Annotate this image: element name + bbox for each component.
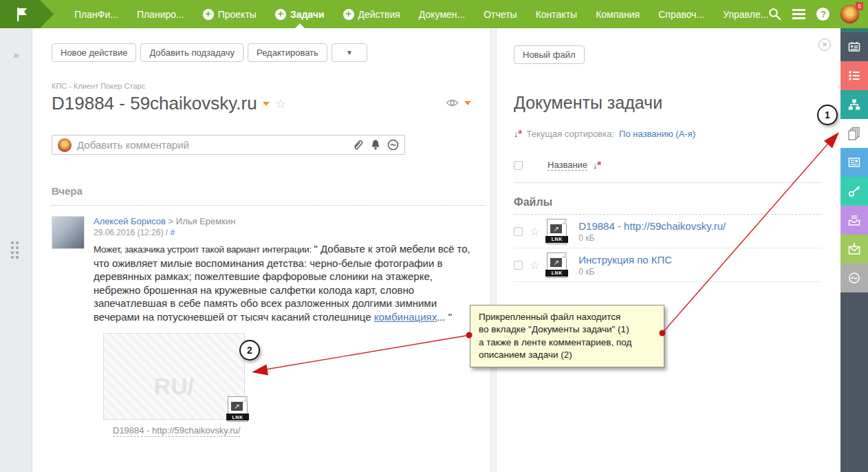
files-section-header: Файлы bbox=[514, 196, 821, 215]
sort-label: Текущая сортировка: bbox=[527, 129, 615, 139]
tab-list[interactable] bbox=[840, 61, 868, 90]
plus-icon: + bbox=[275, 9, 286, 20]
help-icon[interactable]: ? bbox=[816, 8, 829, 21]
attached-file-block: RU/ ↗ LNK D19884 - http://59chaikovsky.r… bbox=[103, 333, 245, 437]
my-avatar bbox=[58, 138, 72, 152]
panel-divider bbox=[490, 28, 497, 472]
documents-panel-title: Документы задачи bbox=[514, 93, 821, 113]
file-row: ☆ ↗ LNK Инструкция по КПС 0 кБ bbox=[514, 248, 821, 282]
attach-paperclip-icon[interactable] bbox=[352, 139, 364, 151]
nav-documents[interactable]: Докумен... bbox=[419, 0, 465, 28]
nav-planfix[interactable]: ПланФи... bbox=[74, 0, 118, 28]
column-name-header[interactable]: Название bbox=[547, 160, 587, 171]
watchers-dropdown-icon[interactable] bbox=[464, 101, 471, 105]
author-avatar[interactable] bbox=[52, 216, 85, 249]
expand-panel-icon[interactable]: » bbox=[0, 49, 32, 61]
nav-reference[interactable]: Справоч... bbox=[658, 0, 704, 28]
watchers-eye-icon[interactable] bbox=[446, 98, 459, 107]
add-subtask-button[interactable]: Добавить подзадачу bbox=[140, 43, 243, 62]
favorite-star-icon[interactable]: ☆ bbox=[530, 258, 540, 272]
annotation-marker-1: 1 bbox=[817, 105, 838, 125]
drag-handle-icon[interactable] bbox=[11, 242, 19, 259]
sort-row: ↓а Текущая сортировка: По названию (А-я) bbox=[514, 128, 821, 139]
contact-card-icon bbox=[847, 40, 861, 54]
sort-value-link[interactable]: По названию (А-я) bbox=[619, 129, 695, 139]
comment-placeholder: Добавить комментарий bbox=[77, 139, 347, 151]
close-panel-icon[interactable]: × bbox=[818, 39, 831, 51]
new-file-button[interactable]: Новый файл bbox=[514, 45, 585, 64]
feed-date-header: Вчера bbox=[52, 185, 486, 206]
documents-copies-icon bbox=[847, 126, 862, 141]
flag-icon bbox=[15, 7, 29, 22]
preview-watermark: RU/ bbox=[154, 373, 195, 400]
files-table-header: Название ↓я bbox=[514, 160, 821, 182]
nav-tasks[interactable]: +Задачи bbox=[275, 0, 325, 28]
bell-icon[interactable] bbox=[370, 139, 381, 151]
tab-news[interactable] bbox=[840, 148, 868, 177]
tab-key[interactable] bbox=[840, 177, 868, 206]
tab-contact-card[interactable] bbox=[840, 32, 868, 61]
file-size: 0 кБ bbox=[578, 233, 726, 243]
comment-item: Алексей Борисов > Илья Еремкин 29.06.201… bbox=[52, 216, 484, 323]
select-all-checkbox[interactable] bbox=[514, 161, 523, 170]
column-sort-icon[interactable]: ↓я bbox=[593, 160, 601, 171]
history-clock-icon bbox=[847, 271, 861, 285]
tab-org-chart[interactable] bbox=[840, 90, 868, 119]
comment-input[interactable]: Добавить комментарий bbox=[52, 135, 405, 155]
file-link[interactable]: Инструкция по КПС bbox=[578, 254, 672, 266]
sort-direction-icon: ↓а bbox=[514, 128, 522, 139]
nav-projects[interactable]: +Проекты bbox=[203, 0, 257, 28]
comment-body: Может, заказчика устроит такой вариант и… bbox=[94, 242, 475, 323]
plus-icon: + bbox=[343, 9, 354, 20]
search-icon[interactable] bbox=[768, 8, 781, 21]
nav-reports[interactable]: Отчеты bbox=[484, 0, 517, 28]
lnk-file-icon[interactable]: ↗ LNK bbox=[228, 396, 248, 422]
attachment-link[interactable]: D19884 - http://59chaikovsky.ru/ bbox=[113, 425, 240, 437]
combinations-link[interactable]: комбинациях bbox=[374, 311, 437, 323]
new-action-button[interactable]: Новое действие bbox=[52, 43, 136, 62]
file-checkbox[interactable] bbox=[514, 227, 523, 236]
nav-icon-group: ? 6 bbox=[768, 5, 859, 23]
breadcrumb[interactable]: КПС - Клиент Покер Старс bbox=[52, 82, 484, 90]
favorite-star-icon[interactable]: ☆ bbox=[530, 224, 540, 239]
nav-actions[interactable]: +Действия bbox=[343, 0, 400, 28]
nav-management[interactable]: Управле... bbox=[723, 0, 768, 28]
user-avatar[interactable]: 6 bbox=[840, 5, 859, 23]
tab-inbox[interactable] bbox=[840, 206, 868, 235]
permalink[interactable]: # bbox=[170, 228, 175, 237]
notification-badge: 6 bbox=[856, 2, 863, 10]
file-row: ☆ ↗ LNK D19884 - http://59chaikovsky.ru/… bbox=[514, 215, 821, 248]
favorite-star-icon[interactable]: ☆ bbox=[275, 96, 286, 111]
documents-panel: Новый файл × Документы задачи ↓а Текущая… bbox=[497, 28, 840, 472]
plus-icon: + bbox=[203, 9, 214, 20]
edit-button[interactable]: Редактировать bbox=[248, 43, 327, 62]
nav-contacts[interactable]: Контакты bbox=[536, 0, 577, 28]
file-size: 0 кБ bbox=[578, 267, 672, 277]
task-panel: Новое действие Добавить подзадачу Редакт… bbox=[32, 28, 490, 472]
lnk-file-icon[interactable]: ↗ LNK bbox=[547, 219, 567, 244]
attachment-preview[interactable]: RU/ ↗ LNK bbox=[103, 333, 245, 420]
tab-documents-active[interactable] bbox=[840, 119, 868, 148]
more-actions-button[interactable]: ▼ bbox=[332, 43, 367, 62]
lnk-file-icon[interactable]: ↗ LNK bbox=[547, 253, 567, 278]
planfix-logo[interactable] bbox=[0, 0, 54, 28]
annotation-tooltip: Прикрепленный файл находится во вкладке … bbox=[470, 305, 664, 367]
org-chart-icon bbox=[847, 98, 861, 111]
task-toolbar: Новое действие Добавить подзадачу Редакт… bbox=[52, 43, 484, 62]
recipient-name: Илья Еремкин bbox=[176, 216, 236, 226]
mail-arrow-icon bbox=[847, 242, 861, 256]
snooze-clock-icon[interactable] bbox=[387, 139, 399, 151]
nav-planning[interactable]: Планиро... bbox=[137, 0, 184, 28]
tab-history[interactable] bbox=[840, 264, 868, 292]
title-dropdown-icon[interactable] bbox=[263, 102, 270, 106]
nav-company[interactable]: Компания bbox=[596, 0, 640, 28]
key-icon bbox=[847, 184, 861, 198]
author-link[interactable]: Алексей Борисов bbox=[94, 216, 166, 226]
file-checkbox[interactable] bbox=[514, 261, 523, 270]
left-collapse-rail: » bbox=[0, 28, 32, 472]
task-header: КПС - Клиент Покер Старс D19884 - 59chai… bbox=[52, 82, 484, 114]
tab-mail[interactable] bbox=[840, 235, 868, 264]
comment-date: 29.06.2016 (12:26) bbox=[94, 228, 163, 237]
file-link[interactable]: D19884 - http://59chaikovsky.ru/ bbox=[578, 220, 726, 232]
menu-icon[interactable] bbox=[792, 9, 805, 19]
